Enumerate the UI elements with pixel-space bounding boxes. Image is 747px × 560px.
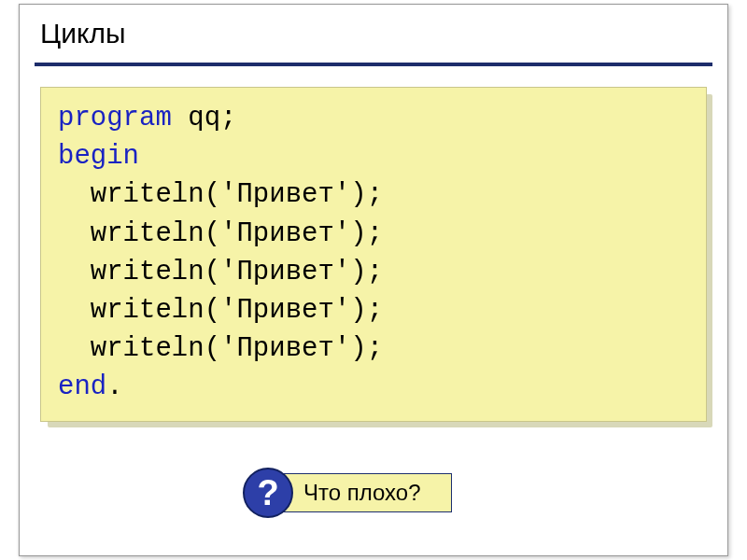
code-text: . (106, 371, 122, 402)
callout: Что плохо? ? (243, 468, 467, 524)
keyword-end: end (58, 371, 106, 402)
keyword-begin: begin (58, 141, 139, 172)
indent (58, 179, 91, 210)
code-line: writeln('Привет'); (58, 291, 689, 329)
code-text: writeln('Привет'); (91, 295, 383, 326)
code-line: writeln('Привет'); (58, 175, 689, 214)
code-text: writeln('Привет'); (91, 333, 383, 364)
code-line: writeln('Привет'); (58, 215, 689, 253)
slide-title: Циклы (40, 18, 707, 49)
question-badge: ? (243, 468, 293, 518)
indent (58, 295, 91, 326)
code-line: end. (58, 368, 689, 406)
callout-text: Что плохо? (303, 480, 421, 506)
code-line: begin (58, 137, 689, 175)
code-line: writeln('Привет'); (58, 253, 689, 291)
code-text: writeln('Привет'); (91, 179, 383, 210)
title-underline (35, 63, 712, 66)
indent (58, 218, 91, 249)
title-area: Циклы (20, 5, 727, 57)
indent (58, 333, 91, 364)
code-text: writeln('Привет'); (91, 257, 383, 287)
code-block: program qq; begin writeln('Привет'); wri… (40, 87, 707, 422)
question-mark-icon: ? (257, 475, 278, 511)
indent (58, 257, 91, 287)
callout-box: Что плохо? (275, 473, 452, 512)
keyword-program: program (58, 103, 172, 133)
code-box: program qq; begin writeln('Привет'); wri… (40, 87, 707, 422)
code-line: writeln('Привет'); (58, 329, 689, 368)
code-text: writeln('Привет'); (91, 218, 383, 249)
code-line: program qq; (58, 99, 689, 137)
code-text: qq; (172, 103, 237, 133)
